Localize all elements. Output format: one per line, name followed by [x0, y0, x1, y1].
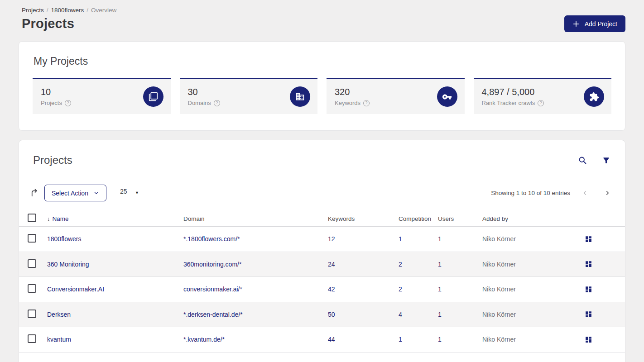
- stat-keywords-label: Keywords: [335, 100, 360, 106]
- project-domain-link[interactable]: *.1800flowers.com/*: [183, 235, 240, 243]
- stat-domains-label: Domains: [188, 100, 211, 106]
- copy-squares-icon: [143, 86, 163, 107]
- project-added-by: Niko Körner: [482, 311, 516, 318]
- row-checkbox[interactable]: [28, 259, 36, 268]
- stat-projects-value: 10: [41, 87, 71, 97]
- row-checkbox[interactable]: [28, 234, 36, 243]
- puzzle-icon: [584, 86, 604, 107]
- stat-keywords-value: 320: [335, 87, 370, 97]
- stat-crawls-value: 4,897 / 5,000: [482, 87, 544, 97]
- stat-projects-label: Projects: [41, 100, 62, 106]
- row-checkbox[interactable]: [28, 284, 36, 293]
- table-row: kvantum *.kvantum.de/* 44 1 1 Niko Körne…: [19, 327, 625, 352]
- project-name-link[interactable]: Conversionmaker.AI: [47, 286, 104, 293]
- table-toolbar: Select Action 25 ▼ Showing 1 to 10 of 10…: [19, 185, 625, 201]
- project-keywords-value[interactable]: 12: [328, 235, 335, 243]
- project-added-by: Niko Körner: [482, 235, 516, 243]
- title-row: Projects Add Project: [22, 15, 625, 32]
- breadcrumb-separator: /: [87, 7, 88, 14]
- search-icon[interactable]: [578, 156, 587, 165]
- project-name-link[interactable]: kvantum: [47, 336, 71, 343]
- project-competition-value[interactable]: 1: [399, 336, 402, 343]
- stat-domains: 30 Domains ?: [180, 78, 318, 114]
- project-competition-value[interactable]: 1: [399, 235, 402, 243]
- project-name-link[interactable]: 360 Monitoring: [47, 261, 89, 268]
- stat-crawls-label: Rank Tracker crawls: [482, 100, 535, 106]
- select-all-checkbox[interactable]: [28, 214, 36, 222]
- project-added-by: Niko Körner: [482, 336, 516, 343]
- chevron-right-icon[interactable]: [604, 190, 611, 196]
- showing-entries-text: Showing 1 to 10 of 10 entries: [491, 190, 570, 196]
- dashboard-grid-icon[interactable]: [585, 336, 592, 343]
- table-header: ↓ Name Domain Keywords Competition Users…: [19, 211, 625, 227]
- dashboard-grid-icon[interactable]: [585, 260, 592, 268]
- column-header-competition[interactable]: Competition: [399, 215, 438, 222]
- project-name-link[interactable]: Derksen: [47, 311, 71, 318]
- my-projects-title: My Projects: [34, 55, 611, 67]
- stat-projects: 10 Projects ?: [33, 78, 171, 114]
- building-icon: [290, 86, 310, 107]
- help-icon[interactable]: ?: [65, 100, 71, 106]
- chevron-left-icon[interactable]: [582, 190, 588, 196]
- dashboard-grid-icon[interactable]: [585, 310, 592, 318]
- column-header-added-by[interactable]: Added by: [482, 215, 572, 222]
- caret-down-icon: ▼: [135, 191, 139, 195]
- project-added-by: Niko Körner: [482, 261, 516, 268]
- table-row: Conversionmaker.AI conversionmaker.ai/* …: [19, 277, 625, 302]
- project-competition-value[interactable]: 2: [399, 261, 402, 268]
- project-keywords-value[interactable]: 50: [328, 311, 335, 318]
- project-domain-link[interactable]: conversionmaker.ai/*: [183, 286, 242, 293]
- table-row: 360 Monitoring 360monitoring.com/* 24 2 …: [19, 252, 625, 277]
- column-header-users[interactable]: Users: [438, 215, 482, 222]
- projects-table-card: Projects Select Action 25: [19, 140, 625, 362]
- project-keywords-value[interactable]: 42: [328, 286, 335, 293]
- row-checkbox[interactable]: [28, 310, 36, 318]
- page-size-select[interactable]: 25 ▼: [117, 188, 141, 198]
- project-name-link[interactable]: 1800flowers: [47, 235, 82, 243]
- project-users-value[interactable]: 1: [438, 311, 442, 318]
- sort-desc-icon: ↓: [47, 215, 50, 222]
- stat-domains-value: 30: [188, 87, 220, 97]
- key-icon: [437, 86, 457, 107]
- help-icon[interactable]: ?: [363, 100, 370, 106]
- select-action-button[interactable]: Select Action: [44, 185, 106, 201]
- table-row: Derksen *.derksen-dental.de/* 50 4 1 Nik…: [19, 302, 625, 328]
- project-competition-value[interactable]: 2: [399, 286, 402, 293]
- project-added-by: Niko Körner: [482, 286, 516, 293]
- add-project-button[interactable]: Add Project: [564, 15, 625, 32]
- column-header-name[interactable]: ↓ Name: [47, 215, 183, 222]
- stat-keywords: 320 Keywords ?: [327, 78, 465, 114]
- project-users-value[interactable]: 1: [438, 286, 442, 293]
- project-competition-value[interactable]: 4: [399, 311, 402, 318]
- project-users-value[interactable]: 1: [438, 336, 442, 343]
- table-row: 1800flowers *.1800flowers.com/* 12 1 1 N…: [19, 227, 625, 252]
- project-domain-link[interactable]: *.kvantum.de/*: [183, 336, 225, 343]
- page-size-value: 25: [120, 188, 127, 195]
- select-action-label: Select Action: [52, 190, 88, 197]
- plus-icon: [572, 20, 580, 28]
- chevron-down-icon: [93, 190, 99, 196]
- project-domain-link[interactable]: *.derksen-dental.de/*: [183, 311, 243, 318]
- help-icon[interactable]: ?: [538, 100, 544, 106]
- column-header-domain[interactable]: Domain: [183, 215, 328, 222]
- pagination: [582, 190, 611, 196]
- breadcrumb-1800flowers[interactable]: 1800flowers: [51, 7, 84, 14]
- row-checkbox[interactable]: [28, 334, 36, 343]
- dashboard-grid-icon[interactable]: [585, 235, 592, 243]
- dashboard-grid-icon[interactable]: [585, 286, 592, 293]
- table-body: 1800flowers *.1800flowers.com/* 12 1 1 N…: [19, 227, 625, 352]
- project-keywords-value[interactable]: 24: [328, 261, 335, 268]
- project-users-value[interactable]: 1: [438, 261, 442, 268]
- help-icon[interactable]: ?: [214, 100, 220, 106]
- export-arrow-icon[interactable]: [29, 188, 40, 198]
- project-keywords-value[interactable]: 44: [328, 336, 335, 343]
- page: Projects / 1800flowers / Overview Projec…: [0, 0, 644, 362]
- filter-icon[interactable]: [602, 156, 610, 165]
- breadcrumb-projects[interactable]: Projects: [22, 7, 44, 14]
- column-header-keywords[interactable]: Keywords: [328, 215, 399, 222]
- project-users-value[interactable]: 1: [438, 235, 442, 243]
- add-project-label: Add Project: [585, 20, 617, 28]
- projects-table-title: Projects: [33, 154, 72, 167]
- page-title: Projects: [22, 16, 74, 31]
- project-domain-link[interactable]: 360monitoring.com/*: [183, 261, 241, 268]
